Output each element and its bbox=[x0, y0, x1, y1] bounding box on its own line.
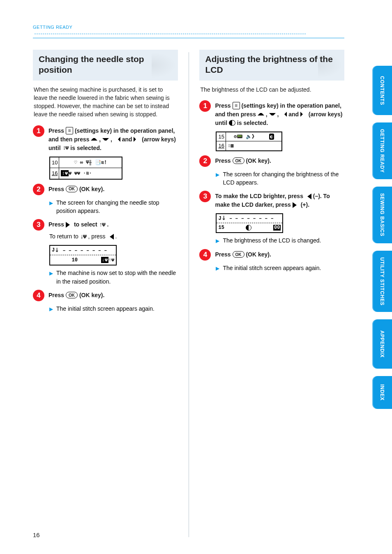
result-arrow-icon: ▶ bbox=[216, 238, 219, 245]
result-arrow-icon: ▶ bbox=[49, 200, 53, 207]
header-rule bbox=[35, 34, 306, 34]
intro-text: The brightness of the LCD can be adjuste… bbox=[200, 85, 344, 94]
section-title: Adjusting the brightness of the LCD bbox=[205, 54, 339, 76]
intro-text: When the sewing machine is purchased, it… bbox=[34, 85, 177, 119]
step-number: 2 bbox=[33, 184, 44, 195]
step-number: 4 bbox=[33, 290, 44, 301]
step-3-sub: To return to ↓ᴪ , press . bbox=[49, 232, 178, 241]
result-arrow-icon: ▶ bbox=[49, 270, 53, 277]
needle-updown-icon: ↕ᴪ bbox=[62, 145, 69, 151]
arrow-down-icon bbox=[269, 113, 276, 115]
lcd-screenshot-2: J🡓 – – – – – – – – 15 00 bbox=[216, 213, 344, 233]
arrow-left-icon bbox=[107, 234, 114, 240]
result-text: ▶ The screen for changing the brightness… bbox=[216, 170, 344, 187]
arrow-left-icon bbox=[280, 112, 287, 117]
result-arrow-icon: ▶ bbox=[216, 265, 219, 272]
arrow-up-icon bbox=[258, 113, 264, 115]
contrast-icon bbox=[229, 120, 235, 126]
result-text: ▶ The initial stitch screen appears agai… bbox=[49, 305, 178, 313]
step-1: 1 Press (settings key) in the operation … bbox=[199, 100, 344, 127]
tab-index[interactable]: INDEX bbox=[372, 376, 392, 409]
needle-up-icon: ↑ᴪ bbox=[99, 222, 106, 228]
ok-key-icon: OK bbox=[233, 251, 244, 258]
step-number: 4 bbox=[199, 249, 211, 261]
step-number: 2 bbox=[199, 155, 211, 167]
column-divider bbox=[189, 52, 189, 537]
tab-getting-ready[interactable]: GETTING READY bbox=[372, 122, 392, 179]
arrow-right-icon bbox=[134, 137, 140, 142]
arrow-right-icon bbox=[293, 202, 299, 208]
ok-key-icon: OK bbox=[66, 186, 78, 192]
step-1: 1 Press (settings key) in the operation … bbox=[33, 125, 178, 152]
page-content: GETTING READY Changing the needle stop p… bbox=[33, 23, 344, 537]
tab-contents[interactable]: CONTENTS bbox=[372, 66, 392, 115]
section-heading: Adjusting the brightness of the LCD bbox=[199, 50, 344, 81]
arrow-right-icon bbox=[300, 112, 307, 117]
tab-sewing-basics[interactable]: SEWING BASICS bbox=[372, 187, 392, 243]
left-column: Changing the needle stop position When t… bbox=[33, 50, 178, 537]
right-column: Adjusting the brightness of the LCD The … bbox=[199, 50, 344, 537]
step-4: 4 Press OK (OK key). bbox=[199, 249, 344, 261]
step-3: 3 To make the LCD brighter, press (–). T… bbox=[199, 191, 344, 209]
arrow-right-icon bbox=[66, 222, 72, 228]
step-4: 4 Press OK (OK key). bbox=[33, 290, 178, 301]
step-3: 3 Press to select ↑ᴪ . bbox=[33, 219, 178, 231]
step-number: 1 bbox=[199, 100, 211, 112]
step-number: 3 bbox=[33, 219, 44, 231]
section-heading: Changing the needle stop position bbox=[33, 50, 178, 81]
result-arrow-icon: ▶ bbox=[216, 171, 219, 178]
lcd-screenshot-1: 15 ⚙📟 🔈》 ◐ 16 ↕▦ bbox=[216, 132, 344, 151]
result-text: ▶ The initial stitch screen appears agai… bbox=[216, 264, 344, 272]
arrow-left-icon bbox=[305, 194, 311, 199]
step-2: 2 Press OK (OK key). bbox=[199, 155, 344, 167]
lcd-screenshot-2: J🡓 – – – – – – – – 10 ↓ᴪ↑ᴪ bbox=[49, 245, 178, 265]
arrow-left-icon bbox=[114, 137, 120, 142]
step-number: 3 bbox=[199, 191, 211, 202]
needle-down-icon: ↓ᴪ bbox=[80, 233, 87, 240]
arrow-up-icon bbox=[91, 138, 97, 141]
lcd-screenshot-1: 10 ♡ ∞ Ψ╫ 📑≋! 16 ↕ᴪ ᴪ ᴪᴪ ·≋· bbox=[49, 157, 178, 180]
result-text: ▶ The brightness of the LCD is changed. bbox=[216, 236, 344, 245]
result-text: ▶ The machine is now set to stop with th… bbox=[49, 269, 178, 286]
section-title: Changing the needle stop position bbox=[39, 54, 172, 76]
settings-key-icon bbox=[233, 102, 240, 109]
ok-key-icon: OK bbox=[66, 292, 78, 298]
result-text: ▶ The screen for changing the needle sto… bbox=[49, 199, 178, 215]
settings-key-icon bbox=[66, 127, 73, 134]
page-number: 16 bbox=[33, 531, 40, 538]
ok-key-icon: OK bbox=[233, 157, 244, 164]
columns: Changing the needle stop position When t… bbox=[33, 50, 344, 537]
step-2: 2 Press OK (OK key). bbox=[33, 184, 178, 195]
side-nav: CONTENTS GETTING READY SEWING BASICS UTI… bbox=[372, 66, 392, 409]
tab-appendix[interactable]: APPENDIX bbox=[372, 319, 392, 369]
arrow-down-icon bbox=[102, 138, 109, 141]
step-number: 1 bbox=[33, 125, 44, 137]
section-label: GETTING READY bbox=[33, 25, 72, 31]
header: GETTING READY bbox=[33, 23, 344, 38]
contrast-icon bbox=[246, 225, 251, 231]
tab-utility-stitches[interactable]: UTILITY STITCHES bbox=[372, 251, 392, 312]
result-arrow-icon: ▶ bbox=[49, 306, 53, 313]
